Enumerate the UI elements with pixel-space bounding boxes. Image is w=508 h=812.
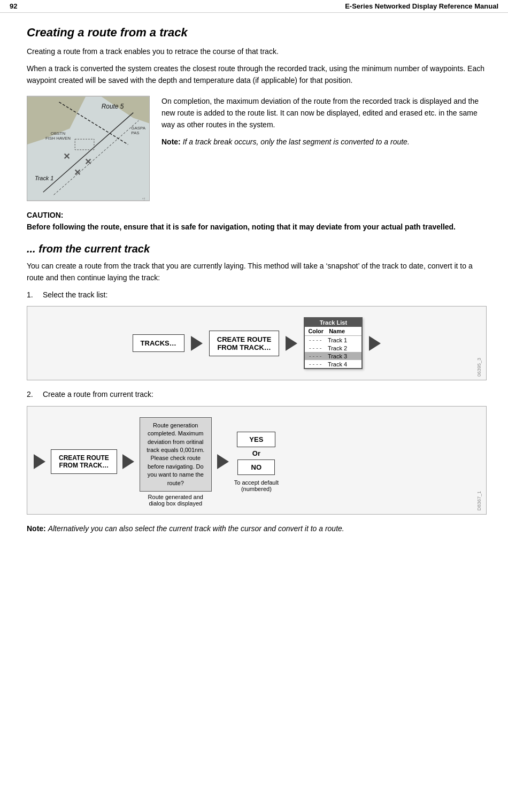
track-list-row[interactable]: ----Track 2 [305,344,361,352]
caution-body: Before following the route, ensure that … [27,221,487,233]
filled-arrow-4 [34,454,45,469]
step-2-number: 2. [27,389,39,401]
filled-arrow-3 [369,336,381,351]
steps-list-2: 2. Create a route from current track: [27,389,487,401]
create-route-button-1[interactable]: CREATE ROUTE FROM TRACK… [209,331,280,356]
svg-text:Track 1: Track 1 [35,175,54,182]
route-gen-box: Route generation completed. Maximum devi… [140,417,212,492]
arrow-2 [286,336,297,351]
track-list-row[interactable]: ----Track 4 [305,360,361,368]
route-gen-caption: Route generated and dialog box displayed [148,494,203,507]
track-name: Track 1 [328,337,347,343]
step-2-text: Create a route from current track: [43,389,153,401]
col-color: Color [308,328,324,334]
step-2-diagram: CREATE ROUTE FROM TRACK… Route generatio… [27,406,487,515]
page-number: 92 [10,2,17,10]
no-button[interactable]: NO [237,459,275,475]
col-name: Name [329,328,345,334]
track-list-row[interactable]: ----Track 3 [305,352,361,360]
svg-text:D8385-1: D8385-1 [142,198,145,201]
diagram-id-1: 06395_3 [476,358,482,377]
svg-text:✕: ✕ [84,157,91,166]
intro-paragraph-2: When a track is converted the system cre… [27,63,487,86]
arrow-5 [122,454,134,469]
track-name: Track 4 [328,361,347,367]
step-2: 2. Create a route from current track: [27,389,487,401]
caution-section: CAUTION: Before following the route, ens… [27,211,487,233]
map-svg: ✕ ✕ ✕ Route 5 Track 1 OBSTN FISH HAVEN G… [27,96,149,201]
sub-section-heading: ... from the current track [27,243,487,255]
svg-text:✕: ✕ [74,168,81,177]
main-content: Creating a route from a track Creating a… [0,13,508,548]
map-content: ✕ ✕ ✕ Route 5 Track 1 OBSTN FISH HAVEN G… [27,96,149,201]
map-figure: ✕ ✕ ✕ Route 5 Track 1 OBSTN FISH HAVEN G… [27,96,150,201]
track-list-col-headers: Color Name [305,327,361,336]
intro-paragraph-1: Creating a route from a track enables yo… [27,46,487,58]
track-list-row[interactable]: ----Track 1 [305,336,361,344]
route-gen-section: Route generation completed. Maximum devi… [140,417,212,507]
accept-caption: To accept default (numbered) [234,479,279,492]
track-color: ---- [308,336,322,343]
step-1: 1. Select the track list: [27,289,487,301]
page-title: E-Series Networked Display Reference Man… [345,2,498,10]
track-list-popup: Track List Color Name ----Track 1----Tra… [304,317,363,369]
svg-text:PAS: PAS [131,131,139,136]
figure-row: ✕ ✕ ✕ Route 5 Track 1 OBSTN FISH HAVEN G… [27,96,487,201]
sub-section-para: You can create a route from the track th… [27,261,487,284]
filled-arrow-6 [217,454,229,469]
track-color: ---- [308,353,322,359]
svg-text:OBSTN: OBSTN [51,132,66,136]
svg-text:Route 5: Route 5 [102,103,124,110]
svg-text:FISH HAVEN: FISH HAVEN [45,136,71,141]
svg-text:GASPA: GASPA [131,126,145,131]
arrow-6 [217,454,229,469]
track-list-rows: ----Track 1----Track 2----Track 3----Tra… [305,336,361,368]
tracks-button[interactable]: TRACKS… [133,334,184,352]
diagram-id-2: D8367_1 [476,491,482,511]
track-name: Track 3 [328,353,347,359]
arrow-3 [369,336,381,351]
caption-note: Note: If a track break occurs, only the … [161,136,487,148]
yes-no-section: YES Or NO To accept default (numbered) [234,432,279,492]
step-1-number: 1. [27,289,39,301]
arrow-1 [191,336,203,351]
note-text: If a track break occurs, only the last s… [183,137,410,146]
arrow-4 [34,454,45,469]
steps-list: 1. Select the track list: [27,289,487,301]
main-section-heading: Creating a route from a track [27,26,487,40]
bottom-note-label: Note: [27,524,46,533]
caption-paragraph: On completion, the maximum deviation of … [161,96,487,131]
note-label: Note: [161,137,181,146]
yes-button[interactable]: YES [237,432,275,447]
track-color: ---- [308,344,322,351]
step-1-text: Select the track list: [43,289,107,301]
figure-caption: On completion, the maximum deviation of … [161,96,487,153]
svg-text:✕: ✕ [63,152,70,161]
step-1-diagram: TRACKS… CREATE ROUTE FROM TRACK… Track L… [27,306,487,380]
create-route-button-2[interactable]: CREATE ROUTE FROM TRACK… [51,449,117,474]
track-color: ---- [308,361,322,367]
or-label: Or [252,449,260,457]
bottom-note: Note: Alternatively you can also select … [27,523,487,535]
filled-arrow-1 [191,336,203,351]
bottom-note-text: Alternatively you can also select the cu… [48,524,344,533]
step2-inner: CREATE ROUTE FROM TRACK… Route generatio… [34,417,480,507]
caution-label: CAUTION: [27,211,487,219]
page-header: 92 E-Series Networked Display Reference … [0,0,508,13]
track-list-header: Track List [305,318,361,327]
filled-arrow-5 [122,454,134,469]
filled-arrow-2 [286,336,297,351]
track-name: Track 2 [328,345,347,351]
